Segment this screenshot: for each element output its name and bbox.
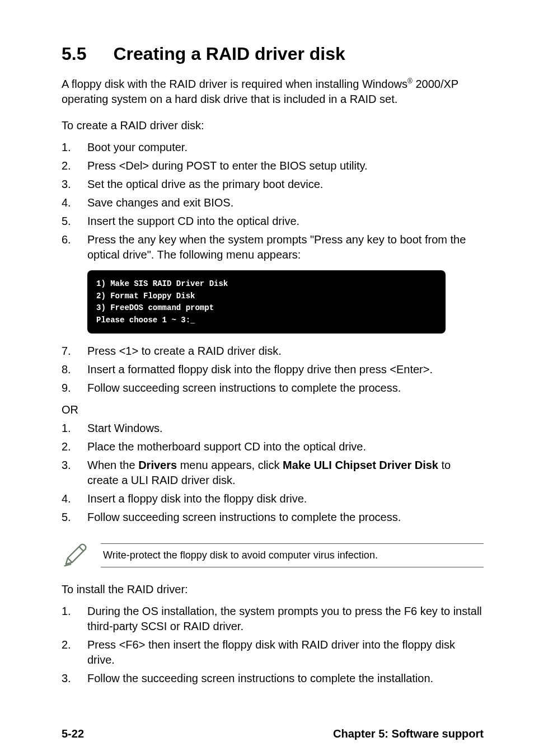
procedure-lead-2: To install the RAID driver: — [62, 583, 484, 596]
section-title: Creating a RAID driver disk — [113, 44, 345, 64]
code-line: 2) Format Floppy Disk — [96, 290, 437, 303]
code-line: Please choose 1 ~ 3:_ — [96, 314, 437, 327]
page-footer: 5-22 Chapter 5: Software support — [62, 727, 484, 740]
list-item: 6.Press the any key when the system prom… — [62, 232, 484, 262]
procedure-2-list: 1.Start Windows. 2.Place the motherboard… — [62, 421, 484, 525]
list-item: 2.Press <Del> during POST to enter the B… — [62, 158, 484, 173]
or-separator: OR — [62, 403, 484, 416]
make-uli-bold: Make ULI Chipset Driver Disk — [283, 459, 438, 471]
code-line: 1) Make SIS RAID Driver Disk — [96, 278, 437, 290]
code-line: 3) FreeDOS command prompt — [96, 302, 437, 314]
list-item: 3.Set the optical drive as the primary b… — [62, 177, 484, 192]
registered-symbol: ® — [407, 77, 413, 85]
list-item: 1.Start Windows. — [62, 421, 484, 436]
list-item: 1.During the OS installation, the system… — [62, 604, 484, 634]
list-item: 2.Press <F6> then insert the floppy disk… — [62, 637, 484, 668]
note-callout: Write-protect the floppy disk to avoid c… — [62, 541, 484, 571]
list-item: 2.Place the motherboard support CD into … — [62, 439, 484, 454]
page-number: 5-22 — [62, 727, 84, 740]
drivers-bold: Drivers — [138, 459, 177, 471]
procedure-3-list: 1.During the OS installation, the system… — [62, 604, 484, 686]
procedure-1b-list: 7.Press <1> to create a RAID driver disk… — [62, 344, 484, 396]
list-item: 8.Insert a formatted floppy disk into th… — [62, 362, 484, 377]
section-heading: 5.5Creating a RAID driver disk — [62, 44, 484, 64]
list-item: 5.Follow succeeding screen instructions … — [62, 510, 484, 525]
procedure-lead-1: To create a RAID driver disk: — [62, 119, 484, 132]
boot-menu-codebox: 1) Make SIS RAID Driver Disk 2) Format F… — [87, 270, 446, 334]
chapter-label: Chapter 5: Software support — [333, 727, 484, 740]
pencil-note-icon — [62, 541, 90, 571]
list-item: 3. When the Drivers menu appears, click … — [62, 458, 484, 488]
section-number: 5.5 — [62, 44, 86, 64]
list-item: 4.Save changes and exit BIOS. — [62, 195, 484, 210]
procedure-1-list: 1.Boot your computer. 2.Press <Del> duri… — [62, 140, 484, 262]
intro-paragraph: A floppy disk with the RAID driver is re… — [62, 77, 484, 107]
list-item: 7.Press <1> to create a RAID driver disk… — [62, 344, 484, 359]
intro-text-1: A floppy disk with the RAID driver is re… — [62, 78, 407, 90]
list-item: 9.Follow succeeding screen instructions … — [62, 381, 484, 396]
note-text: Write-protect the floppy disk to avoid c… — [101, 543, 484, 567]
list-item: 3.Follow the succeeding screen instructi… — [62, 671, 484, 686]
list-item: 1.Boot your computer. — [62, 140, 484, 155]
list-item: 5.Insert the support CD into the optical… — [62, 214, 484, 229]
list-item: 4.Insert a floppy disk into the floppy d… — [62, 491, 484, 506]
